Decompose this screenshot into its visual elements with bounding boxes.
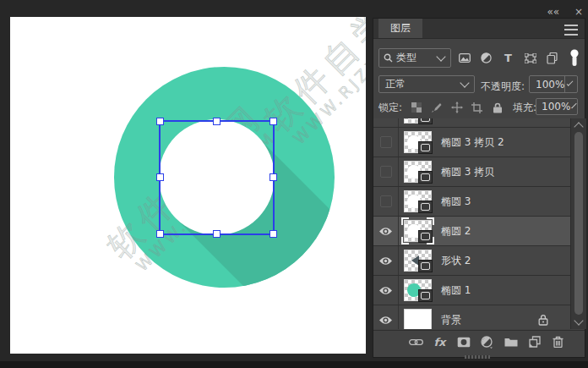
layer-thumbnail[interactable] [404, 250, 432, 272]
lock-all-icon[interactable] [491, 102, 504, 114]
filter-toggle-switch[interactable] [568, 52, 580, 64]
hidden-eye-well [380, 136, 392, 148]
close-panel-icon[interactable]: × [574, 6, 583, 18]
vector-mask-badge-icon [418, 118, 433, 124]
scroll-down-icon[interactable] [574, 316, 583, 325]
chevron-down-icon [572, 102, 577, 107]
lock-image-icon[interactable] [430, 102, 443, 114]
layer-style-fx-icon[interactable]: fx [433, 335, 447, 349]
layer-row[interactable]: 形状 2 [373, 246, 570, 276]
panel-menu-icon[interactable] [564, 25, 578, 36]
window-buttons: «« × [535, 5, 583, 19]
transform-handle-sw[interactable] [156, 230, 164, 238]
blend-mode-value: 正常 [385, 77, 406, 91]
visibility-toggle[interactable] [373, 217, 399, 245]
layer-list-scrollbar[interactable] [570, 118, 586, 329]
transform-handle-e[interactable] [270, 173, 277, 181]
add-layer-mask-icon[interactable] [456, 335, 471, 349]
vector-mask-badge-icon [418, 260, 433, 272]
visibility-toggle[interactable] [373, 128, 399, 157]
layer-thumbnail[interactable] [404, 161, 432, 183]
transform-handle-se[interactable] [270, 230, 277, 238]
transform-bounding-box[interactable] [159, 120, 275, 235]
layer-list: 椭圆 3 拷贝 3 椭圆 3 拷贝 2 椭圆 3 拷贝 椭圆 3 椭圆 2 形状… [373, 118, 570, 329]
panel-resize-grip[interactable] [465, 355, 490, 359]
transform-handle-n[interactable] [213, 118, 220, 125]
scroll-up-icon[interactable] [574, 122, 583, 131]
layer-row[interactable]: 椭圆 3 拷贝 [373, 157, 570, 187]
collapse-panel-icon[interactable]: «« [547, 6, 559, 18]
layer-thumbnail[interactable] [404, 118, 432, 124]
visibility-toggle[interactable] [373, 118, 399, 127]
layer-thumbnail[interactable] [404, 279, 432, 301]
vector-mask-badge-icon [418, 289, 433, 302]
eye-icon [378, 227, 393, 236]
layers-panel-toolbar: fx [373, 330, 585, 353]
blend-mode-dropdown[interactable]: 正常 [378, 75, 475, 93]
opacity-label: 不透明度: [481, 80, 525, 94]
eye-icon [378, 286, 393, 295]
visibility-toggle[interactable] [373, 276, 399, 305]
document-canvas[interactable]: 软件自学网 WWW.RJZXW.COM 软件自学网 WWW.RJZXW.COM [10, 17, 366, 354]
opacity-value: 100% [536, 79, 564, 91]
tab-layers[interactable]: 图层 [378, 19, 422, 38]
filter-kind-label: 类型 [396, 51, 416, 65]
filter-adjustment-layers-icon[interactable] [480, 52, 493, 64]
eye-icon [378, 316, 393, 325]
eye-icon [378, 256, 393, 266]
bottom-border [0, 361, 588, 368]
link-layers-icon[interactable] [409, 335, 423, 349]
chevron-down-icon [436, 52, 445, 61]
layer-row[interactable]: 椭圆 3 拷贝 3 [373, 118, 570, 128]
new-group-icon[interactable] [504, 335, 518, 349]
visibility-toggle[interactable] [373, 157, 399, 186]
visibility-toggle[interactable] [373, 305, 399, 329]
filter-type-layers-icon[interactable]: T [502, 52, 514, 64]
visibility-toggle[interactable] [373, 246, 399, 275]
lock-artboard-icon[interactable] [471, 102, 483, 114]
layer-row[interactable]: 椭圆 2 [373, 217, 570, 246]
layers-panel: 图层 类型 T 正常 不透明度: 100% [373, 18, 585, 358]
vector-mask-badge-icon [418, 171, 433, 184]
layer-name: 背景 [441, 313, 461, 327]
visibility-toggle[interactable] [373, 187, 399, 216]
scrollbar-thumb[interactable] [574, 132, 583, 315]
vector-mask-badge-icon [418, 141, 433, 154]
hidden-eye-well [380, 166, 392, 178]
transform-handle-ne[interactable] [270, 118, 277, 125]
fill-dropdown[interactable]: 100% [536, 98, 578, 115]
layer-name: 形状 2 [441, 254, 471, 268]
opacity-dropdown[interactable]: 100% [529, 75, 578, 93]
lock-transparency-icon[interactable] [410, 102, 422, 114]
thumbnail-selection-bracket [427, 237, 434, 244]
layer-row[interactable]: 椭圆 3 [373, 187, 570, 217]
thumbnail-selection-bracket [427, 217, 434, 225]
hidden-eye-well [380, 195, 392, 207]
layer-row[interactable]: 椭圆 3 拷贝 2 [373, 128, 570, 157]
layer-name: 椭圆 3 拷贝 [441, 165, 494, 179]
layer-thumbnail[interactable] [404, 309, 432, 329]
layer-name: 椭圆 1 [441, 283, 471, 298]
thumbnail-selection-bracket [401, 217, 409, 225]
filter-smart-objects-icon[interactable] [546, 52, 558, 64]
transform-handle-w[interactable] [156, 173, 164, 181]
transform-handle-s[interactable] [213, 230, 220, 238]
lock-position-icon[interactable] [450, 102, 463, 114]
layer-name: 椭圆 3 拷贝 2 [441, 135, 504, 150]
layer-row[interactable]: 椭圆 1 [373, 276, 570, 305]
filter-pixel-layers-icon[interactable] [458, 52, 471, 64]
panel-tab-bar: 图层 [373, 19, 585, 39]
new-layer-icon[interactable] [527, 335, 542, 349]
filter-shape-layers-icon[interactable] [524, 52, 536, 64]
delete-layer-icon[interactable] [551, 335, 565, 349]
chevron-down-icon [460, 78, 469, 87]
background-lock [538, 314, 548, 326]
layer-lock-icon [538, 314, 548, 326]
layer-row[interactable]: 背景 [373, 305, 570, 329]
layer-thumbnail[interactable] [404, 131, 432, 153]
new-adjustment-layer-icon[interactable] [480, 335, 494, 349]
layer-filter-dropdown[interactable]: 类型 [378, 48, 451, 68]
transform-handle-nw[interactable] [156, 118, 164, 125]
layer-thumbnail[interactable] [404, 190, 432, 212]
layer-thumbnail[interactable] [404, 220, 432, 242]
